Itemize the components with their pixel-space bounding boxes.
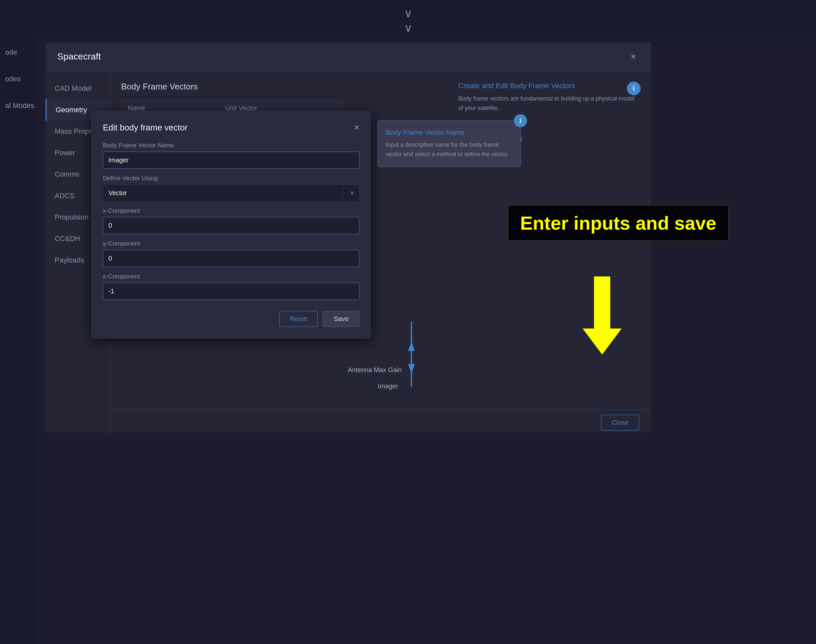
spacecraft-modal-title: Spacecraft <box>57 51 101 62</box>
info-bubble-title: Body Frame Vector Name <box>386 129 513 136</box>
svg-marker-3 <box>408 341 415 351</box>
x-component-input[interactable] <box>103 217 360 234</box>
viz-arrows-svg <box>392 322 431 387</box>
info-panel-text: Body frame vectors are fundamental to bu… <box>458 94 641 113</box>
edit-dialog-header: Edit body frame vector × <box>103 122 360 133</box>
edit-dialog-close-button[interactable]: × <box>354 122 360 133</box>
imager-label: Imager <box>378 382 398 390</box>
info-bubble-text: Input a descriptive name for the body fr… <box>386 140 513 159</box>
z-component-input[interactable] <box>103 283 360 300</box>
chevron-down-icon-2: ∨ <box>404 21 412 35</box>
select-divider <box>343 188 344 198</box>
spacecraft-close-button[interactable]: Close <box>601 415 639 431</box>
x-component-label: x-Component <box>103 207 360 214</box>
edit-dialog: Edit body frame vector × Body Frame Vect… <box>91 110 371 339</box>
annotation-text: Enter inputs and save <box>520 212 716 233</box>
define-vector-wrapper: Vector ∨ <box>103 184 360 201</box>
arrow-shaft <box>594 276 610 328</box>
sidebar: ode odes al Modes <box>0 0 36 644</box>
nav-item-cad-model[interactable]: CAD Model <box>46 78 110 99</box>
info-panel-title: Create and Edit Body Frame Vectors <box>458 82 641 90</box>
sidebar-item-al-modes[interactable]: al Modes <box>0 92 36 119</box>
define-vector-label: Define Vector Using: <box>103 175 360 182</box>
save-button[interactable]: Save <box>323 311 360 327</box>
antenna-label: Antenna Max Gain <box>348 366 402 374</box>
define-vector-select[interactable]: Vector <box>103 184 360 201</box>
sidebar-item-ode[interactable]: ode <box>0 39 36 66</box>
arrow-head <box>582 328 622 354</box>
y-component-input[interactable] <box>103 250 360 267</box>
info-bubble-icon: i <box>514 114 527 127</box>
y-component-label: y-Component <box>103 240 360 247</box>
spacecraft-footer: Close <box>111 409 651 432</box>
reset-button[interactable]: Reset <box>279 311 318 327</box>
name-field-label: Body Frame Vector Name <box>103 142 360 149</box>
info-bubble: i Body Frame Vector Name Input a descrip… <box>378 120 521 167</box>
name-field-input[interactable] <box>103 152 360 169</box>
dialog-footer: Reset Save <box>103 311 360 327</box>
sidebar-item-odes[interactable]: odes <box>0 66 36 92</box>
info-icon-main: i <box>627 82 641 95</box>
chevron-down-icon-1: ∨ <box>404 6 412 20</box>
yellow-arrow <box>582 276 622 354</box>
top-bar: ∨ ∨ <box>0 0 816 39</box>
spacecraft-modal-close-button[interactable]: × <box>627 50 639 63</box>
z-component-label: z-Component <box>103 273 360 280</box>
spacecraft-modal-header: Spacecraft × <box>46 42 651 71</box>
edit-dialog-title: Edit body frame vector <box>103 123 187 133</box>
annotation-box: Enter inputs and save <box>508 205 729 241</box>
